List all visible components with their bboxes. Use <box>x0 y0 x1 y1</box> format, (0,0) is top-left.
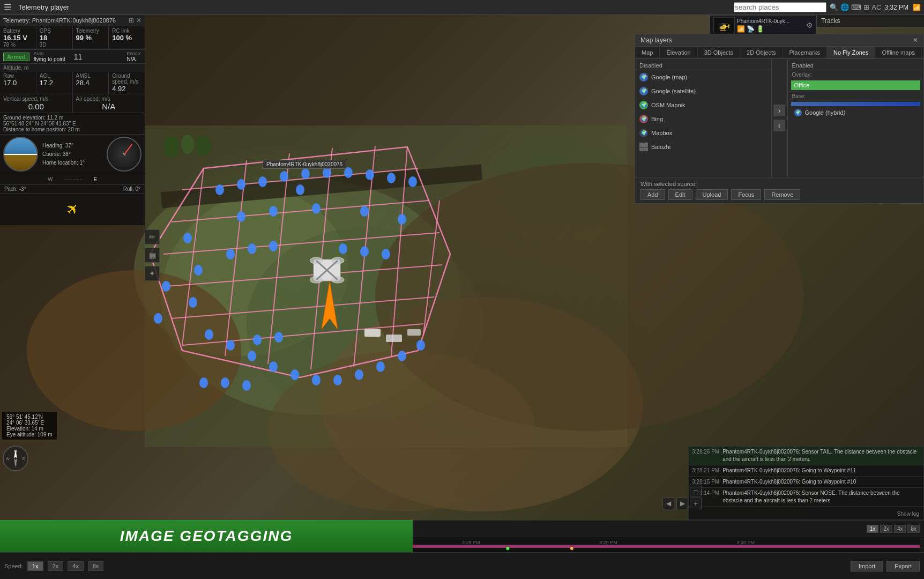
log-text-4: Phantom4RTK-0uykh8j0020076: Sensor NOSE.… <box>722 489 920 504</box>
globe-icon[interactable]: 🌐 <box>840 3 849 11</box>
alt-agl-cell: AGL 17.2 <box>36 72 73 94</box>
bottom-speed-1x[interactable]: 1x <box>27 561 43 571</box>
grid-icon-balozhi <box>639 143 648 151</box>
tab-2d-objects[interactable]: 2D Objects <box>740 47 783 58</box>
auto-sub: flying to point <box>34 56 65 62</box>
search-icon[interactable]: 🔍 <box>830 3 838 11</box>
remove-button[interactable]: Remove <box>764 189 800 200</box>
air-speed-value: N/A <box>76 102 142 111</box>
rc-link-label: RC link <box>112 28 141 34</box>
bottom-title-bar: IMAGE GEOTAGGING <box>0 520 413 552</box>
telemetry-value: 99 % <box>76 34 106 42</box>
lat-display: 56° 51' 45.12'N <box>6 414 53 420</box>
compass-nav-circle[interactable]: N S W E <box>2 445 29 472</box>
alt-raw-label: Raw <box>3 73 33 79</box>
log-time-2: 3:28:21 PM <box>692 467 719 474</box>
draw-tool[interactable]: ✏ <box>145 229 160 244</box>
tab-placemarks[interactable]: Placemarks <box>783 47 827 58</box>
ground-elevation: Ground elevation: 11.2 m <box>3 115 141 121</box>
keyboard-icon[interactable]: ⌨ <box>851 3 861 11</box>
layer-name: OSM Mapnik <box>651 102 685 108</box>
nav-right-arrow[interactable]: ▶ <box>676 498 688 509</box>
tab-3d-objects[interactable]: 3D Objects <box>698 47 740 58</box>
auto-label: Auto <box>34 51 65 56</box>
tab-offline-maps[interactable]: Offline maps <box>875 47 922 58</box>
stats-row: Battery 16.15 V 78 % GPS 18 3D Telemetry… <box>0 26 145 50</box>
svg-point-92 <box>570 547 573 550</box>
altitude-row: Raw 17.0 AGL 17.2 AMSL 28.4 Ground speed… <box>0 72 145 94</box>
globe-icon-osm: 🌍 <box>639 101 648 109</box>
top-bar: ☰ Telemetry player 🔍 🌐 ⌨ ⊞ AC 3:32 PM 📶 <box>0 0 924 15</box>
alt-raw-cell: Raw 17.0 <box>0 72 36 94</box>
aircraft-indicator: ✈ <box>0 193 145 225</box>
speed-4x-btn[interactable]: 4x <box>894 525 906 533</box>
log-entry-2: 3:28:21 PM Phantom4RTK-0uykh8j0020076: G… <box>689 465 923 477</box>
alt-agl-label: AGL <box>40 73 69 79</box>
gps-label: GPS <box>40 28 69 34</box>
tab-map[interactable]: Map <box>635 47 660 58</box>
zoom-plus-btn[interactable]: + <box>690 498 702 509</box>
speed-2x-btn[interactable]: 2x <box>880 525 892 533</box>
course-value: Course: 38° <box>42 150 102 159</box>
telemetry-title: Telemetry: Phantom4RTK-0uykh8j0020076 <box>3 17 116 24</box>
show-log-button[interactable]: Show log <box>897 511 919 517</box>
speed-1x-btn[interactable]: 1x <box>867 525 879 533</box>
nav-left-arrow[interactable]: ◀ <box>662 498 674 509</box>
sun-tool[interactable]: ✦ <box>145 266 160 281</box>
globe-icon-hybrid: 🌍 <box>794 109 802 116</box>
menu-icon[interactable]: ☰ <box>0 0 15 15</box>
armed-badge: Armed <box>3 53 29 61</box>
fence-number: 11 <box>74 53 83 61</box>
layers-tool[interactable]: ▦ <box>145 248 160 263</box>
zoom-minus-btn[interactable]: − <box>690 485 702 496</box>
heading-info: Heading: 37° Course: 38° Home location: … <box>40 142 105 167</box>
map-layer-close[interactable]: ✕ <box>913 36 918 44</box>
layer-mapbox[interactable]: 🌍 Mapbox <box>635 126 771 140</box>
transfer-right-btn[interactable]: › <box>773 105 785 116</box>
user-icon[interactable]: AC <box>871 3 881 11</box>
tab-no-fly-zones[interactable]: No Fly Zones <box>827 47 875 58</box>
altitude-header: Altitude, m <box>0 64 145 72</box>
search-input[interactable] <box>734 2 826 12</box>
close-icon[interactable]: ✕ <box>136 17 141 24</box>
log-entry-4: 3:28:14 PM Phantom4RTK-0uykh8j0020076: S… <box>689 488 923 507</box>
footer-title: IMAGE GEOTAGGING <box>120 528 293 545</box>
compass-rose: W ············· E <box>0 174 145 184</box>
edit-button[interactable]: Edit <box>668 189 692 200</box>
layer-bing[interactable]: 🌍 Bing <box>635 112 771 126</box>
grid-icon[interactable]: ⊞ <box>863 3 869 11</box>
transfer-left-btn[interactable]: ‹ <box>773 120 785 131</box>
upload-button[interactable]: Upload <box>696 189 728 200</box>
base-google-hybrid[interactable]: 🌍 Google (hybrid) <box>791 107 921 118</box>
overlay-office[interactable]: Office <box>791 80 921 90</box>
expand-icon[interactable]: ⊞ <box>129 17 134 24</box>
layer-balozhi[interactable]: Balozhi <box>635 140 771 154</box>
layer-osm-mapnik[interactable]: 🌍 OSM Mapnik <box>635 98 771 112</box>
speed-8x-btn[interactable]: 8x <box>907 525 920 533</box>
left-tools: ✏ ▦ ✦ <box>145 229 160 281</box>
settings-icon[interactable]: ⚙ <box>806 21 813 29</box>
map-layer-header: Map layers ✕ <box>635 34 923 47</box>
log-text-2: Phantom4RTK-0uykh8j0020076: Going to Way… <box>722 467 856 474</box>
bottom-speed-2x[interactable]: 2x <box>48 561 64 571</box>
speed-row: Vertical speed, m/s 0.00 Air speed, m/s … <box>0 94 145 113</box>
disabled-header: Disabled <box>635 61 771 70</box>
bottom-speed-4x[interactable]: 4x <box>68 561 84 571</box>
selected-source-label: With selected source: <box>640 181 697 187</box>
import-button[interactable]: Import <box>851 561 883 571</box>
west-dir: W <box>48 176 53 182</box>
base-name: Google (hybrid) <box>805 109 846 116</box>
layer-google-satellite[interactable]: 🌍 Google (satellite) <box>635 84 771 98</box>
tab-elevation[interactable]: Elevation <box>660 47 697 58</box>
globe-icon-bing: 🌍 <box>639 115 648 123</box>
focus-button[interactable]: Focus <box>731 189 761 200</box>
pitch-value: Pitch: -3° <box>4 186 26 192</box>
export-button[interactable]: Export <box>886 561 920 571</box>
add-button[interactable]: Add <box>640 189 665 200</box>
telemetry-header: Telemetry: Phantom4RTK-0uykh8j0020076 ⊞ … <box>0 15 145 26</box>
bottom-speed-8x[interactable]: 8x <box>88 561 104 571</box>
layer-google-map[interactable]: 🌍 Google (map) <box>635 70 771 84</box>
position-display: 56° 51' 45.12'N 24° 06' 33.65' E Elevati… <box>2 412 57 440</box>
battery-label: Battery <box>3 28 33 34</box>
log-time-1: 3:28:26 PM <box>692 448 719 456</box>
